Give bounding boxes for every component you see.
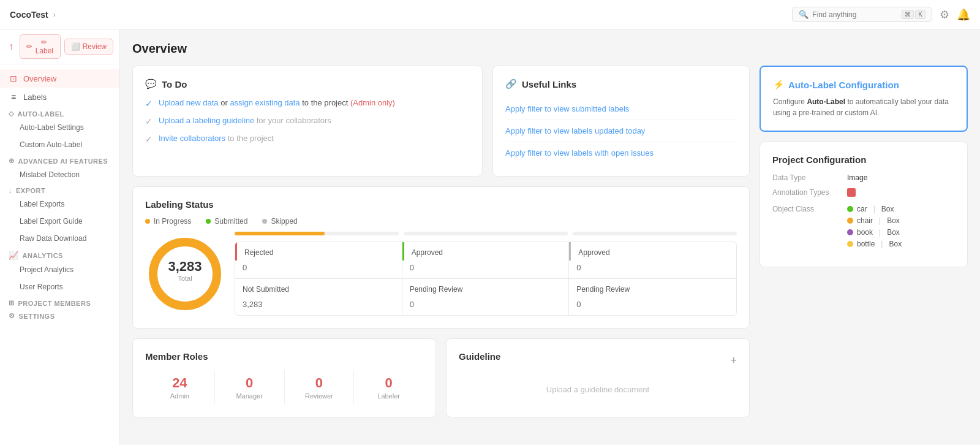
admin-count: 24: [145, 375, 214, 391]
status-body: 3,283 Total: [145, 232, 737, 316]
guideline-title: Guideline: [459, 351, 500, 362]
sidebar-item-project-analytics[interactable]: Project Analytics: [0, 261, 119, 278]
top-cards: 💬 To Do ✓ Upload new data or assign exis…: [132, 66, 750, 177]
labeling-status-title: Labeling Status: [145, 199, 737, 210]
approved-header-1: Approved: [402, 242, 569, 261]
role-labeler: 0 Labeler: [354, 370, 423, 405]
sidebar-advanced-ai-label: Advanced AI Features: [18, 158, 108, 165]
page-title: Overview: [132, 42, 968, 56]
useful-link-2[interactable]: Apply filter to view labels updated toda…: [505, 120, 737, 142]
object-class-key: Object Class: [772, 205, 840, 213]
useful-link-3[interactable]: Apply filter to view labels with open is…: [505, 142, 737, 164]
annotation-types-key: Annotation Types: [772, 188, 840, 197]
data-type-key: Data Type: [772, 173, 840, 182]
progress-bar-gray: [573, 232, 737, 235]
todo-card: 💬 To Do ✓ Upload new data or assign exis…: [132, 66, 483, 177]
labeler-label: Labeler: [354, 392, 423, 400]
status-col-rejected: Rejected 0 Not Submitted 3,283: [235, 242, 402, 315]
invite-collaborators-link[interactable]: Invite collaborators: [159, 134, 225, 143]
assign-existing-data-link[interactable]: assign existing data: [230, 98, 300, 107]
labels-icon: ≡: [9, 92, 18, 102]
sidebar-item-mislabel[interactable]: Mislabel Detection: [0, 166, 119, 183]
guideline-add-button[interactable]: +: [730, 354, 737, 367]
sidebar-section-project-members[interactable]: ⊞ Project Members: [0, 295, 119, 308]
status-col-approved-1: Approved 0 Pending Review 0: [402, 242, 570, 315]
content-main: 💬 To Do ✓ Upload new data or assign exis…: [132, 66, 750, 417]
sidebar-nav: ⊡ Overview ≡ Labels ◇ Auto-Label Auto-La…: [0, 64, 119, 326]
chevron-icon: ›: [53, 10, 56, 19]
sidebar-item-label-exports[interactable]: Label Exports: [0, 196, 119, 213]
sidebar-item-raw-data[interactable]: Raw Data Download: [0, 230, 119, 247]
useful-links-title: 🔗 Useful Links: [505, 78, 737, 89]
sidebar-item-custom-auto-label[interactable]: Custom Auto-Label: [0, 136, 119, 153]
annotation-type-icon: [847, 188, 856, 199]
notifications-icon[interactable]: 🔔: [957, 8, 970, 21]
sidebar-item-overview[interactable]: ⊡ Overview: [0, 69, 119, 88]
project-config-card: Project Configuration Data Type Image An…: [760, 142, 968, 267]
todo-item-invite: ✓ Invite collaborators to the project: [145, 134, 470, 144]
labeler-count: 0: [354, 375, 423, 391]
sidebar-section-settings[interactable]: ⚙ Settings: [0, 308, 119, 321]
upload-guideline-link[interactable]: Upload a labeling guideline: [159, 116, 254, 125]
sidebar-analytics-label: Analytics: [23, 252, 63, 259]
checkmark-empty2-icon: ✓: [145, 134, 153, 144]
useful-link-1[interactable]: Apply filter to view submitted labels: [505, 98, 737, 120]
approved-header-2: Approved: [569, 242, 736, 261]
sidebar-item-user-reports[interactable]: User Reports: [0, 278, 119, 295]
sidebar-section-auto-label[interactable]: ◇ Auto-Label: [0, 106, 119, 119]
progress-bars: [235, 232, 737, 235]
sidebar-project-members-label: Project Members: [18, 300, 91, 307]
obj-class-book: book | Box: [847, 228, 902, 237]
useful-links-card: 🔗 Useful Links Apply filter to view subm…: [492, 66, 750, 177]
upload-icon[interactable]: ↑: [6, 39, 16, 55]
sidebar-action-row: ↑ ✏ ✏ Label ⬜ Review: [0, 29, 119, 64]
bottom-grid: Member Roles 24 Admin 0 Manager: [132, 338, 750, 417]
dot-submitted: [206, 219, 211, 224]
sidebar-settings-label: Settings: [19, 313, 55, 320]
lightning-icon: ⚡: [773, 79, 785, 90]
not-submitted-header: Not Submitted: [235, 279, 402, 297]
obj-class-chair: chair | Box: [847, 216, 902, 225]
search-input[interactable]: [812, 10, 898, 19]
sidebar-item-auto-label-settings[interactable]: Auto-Label Settings: [0, 119, 119, 136]
upload-new-data-link[interactable]: Upload new data: [159, 98, 219, 107]
sidebar-overview-label: Overview: [23, 74, 56, 83]
checkmark-empty-icon: ✓: [145, 116, 153, 126]
sidebar-auto-label-label: Auto-Label: [18, 110, 64, 118]
donut-chart: 3,283 Total: [145, 232, 225, 316]
sidebar-section-analytics[interactable]: 📈 Analytics: [0, 247, 119, 261]
svg-text:3,283: 3,283: [168, 259, 202, 274]
svg-text:Total: Total: [178, 275, 192, 282]
sidebar-item-labels[interactable]: ≡ Labels: [0, 88, 119, 106]
sidebar-section-advanced-ai[interactable]: ⊕ Advanced AI Features: [0, 153, 119, 166]
sidebar-section-export[interactable]: ↓ Export: [0, 183, 119, 196]
search-bar[interactable]: 🔍 ⌘ K: [792, 7, 932, 22]
book-color-dot: [847, 229, 853, 235]
review-button[interactable]: ⬜ Review: [64, 39, 113, 55]
right-panel: ⚡ Auto-Label Configuration Configure Aut…: [760, 66, 968, 417]
member-roles-row: 24 Admin 0 Manager 0 Reviewer: [145, 370, 423, 405]
donut-svg: 3,283 Total: [145, 234, 225, 314]
topbar-left: CocoTest ›: [10, 10, 56, 20]
pending-review-value-2: 0: [569, 297, 736, 315]
todo-title: 💬 To Do: [145, 78, 470, 89]
obj-class-car: car | Box: [847, 205, 902, 213]
status-columns: Rejected 0 Not Submitted 3,283 Approved …: [235, 242, 737, 316]
sidebar-item-label-export-guide[interactable]: Label Export Guide: [0, 213, 119, 230]
settings-icon[interactable]: ⚙: [940, 8, 949, 21]
overview-icon: ⊡: [9, 74, 18, 83]
svg-point-1: [153, 242, 217, 306]
guideline-card: Guideline + Upload a guideline document: [446, 338, 750, 417]
label-button[interactable]: ✏ ✏ Label: [20, 34, 61, 59]
config-row-annotation-types: Annotation Types: [772, 188, 955, 199]
labeling-status-section: Labeling Status In Progress Submitted: [132, 186, 750, 329]
advanced-ai-icon: ⊕: [9, 157, 15, 165]
legend-in-progress: In Progress: [145, 217, 191, 226]
sidebar-label-exports-label: Label Exports: [20, 200, 64, 208]
sidebar-auto-label-settings-label: Auto-Label Settings: [20, 123, 84, 132]
review-button-text: Review: [83, 42, 107, 51]
progress-bar-green: [404, 232, 568, 235]
bbox-icon: [847, 188, 856, 197]
labeling-status-card: Labeling Status In Progress Submitted: [132, 186, 750, 329]
admin-label: Admin: [145, 392, 214, 400]
